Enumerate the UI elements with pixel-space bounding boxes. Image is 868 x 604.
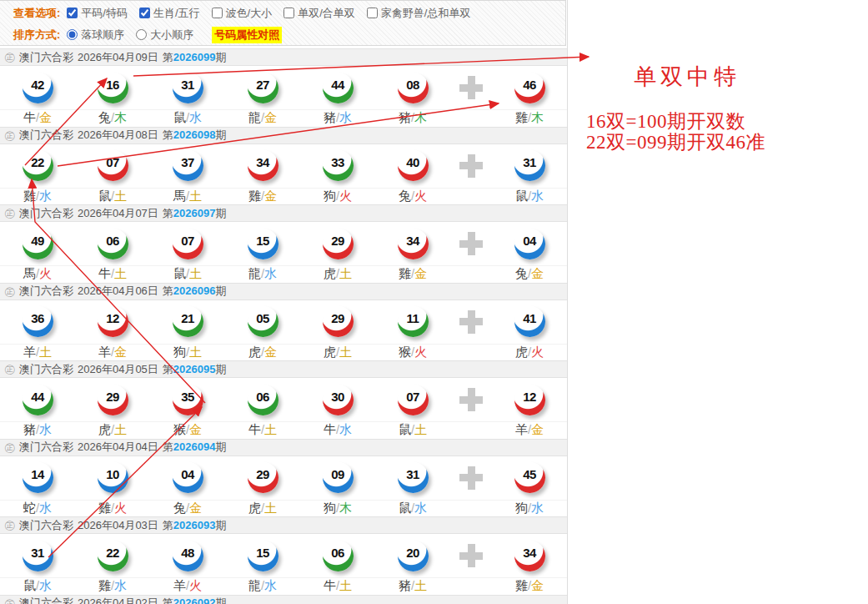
element-label: 水 [189, 110, 202, 124]
ball-attribute: 龍/金 [248, 110, 277, 126]
result-row: ㊣澳门六合彩2026年04月02日第2026092期 [0, 595, 567, 604]
view-option[interactable]: 波色/大小 [212, 6, 273, 21]
lottery-ball: 06 [248, 385, 278, 415]
sort-option-radio[interactable] [67, 29, 78, 40]
ball-number: 44 [31, 390, 44, 404]
sort-option[interactable]: 大小顺序 [136, 28, 193, 43]
plus-cell [459, 76, 483, 99]
results-list: ㊣澳门六合彩2026年04月09日第2026099期42163127440846… [0, 48, 567, 604]
ball-attribute: 兔/木 [98, 110, 127, 126]
view-option-checkbox[interactable] [212, 8, 223, 18]
element-label: 金 [114, 345, 127, 359]
attributes-row: 馬/火牛/土鼠/土龍/水虎/土雞/金兔/金 [0, 265, 567, 283]
ball-cell: 48 [173, 541, 203, 571]
ball-number: 22 [106, 546, 119, 560]
element-label: 金 [264, 189, 277, 203]
element-label: 水 [114, 578, 127, 592]
ball-cell: 31 [398, 462, 429, 493]
ball-cell: 21 [173, 306, 203, 337]
sort-option-radio[interactable] [136, 29, 147, 40]
ball-cell: 29 [323, 229, 354, 259]
element-label: 水 [39, 578, 52, 592]
ball-attribute: 鼠/水 [515, 189, 544, 204]
view-option[interactable]: 平码/特码 [67, 6, 128, 21]
ball-cell: 22 [23, 150, 53, 181]
element-label: 木 [339, 501, 352, 515]
view-option-label: 生肖/五行 [153, 6, 200, 21]
ball-attribute: 狗/木 [324, 501, 352, 516]
ball-attribute: 虎/土 [324, 345, 352, 360]
ball-cell: 16 [98, 73, 128, 103]
row-header: ㊣澳门六合彩2026年04月06日第2026096期 [0, 283, 567, 300]
ball-number: 46 [523, 78, 536, 92]
element-label: 土 [414, 578, 427, 592]
page: 查看选项: 平码/特码生肖/五行波色/大小单双/合单双家禽野兽/总和单双 排序方… [0, 0, 868, 604]
zodiac-label: 鼠 [399, 501, 411, 515]
view-option-checkbox[interactable] [367, 8, 378, 18]
element-label: 水 [264, 266, 277, 280]
ball-number: 31 [181, 78, 194, 92]
ball-cell: 09 [323, 462, 354, 493]
zodiac-label: 雞 [98, 501, 111, 515]
ball-number: 12 [106, 311, 119, 325]
element-label: 土 [339, 345, 352, 359]
zodiac-label: 狗 [515, 501, 528, 515]
ball-number: 14 [31, 467, 44, 481]
site-name: 澳门六合彩 [19, 440, 73, 455]
ball-number: 06 [331, 546, 344, 560]
site-name: 澳门六合彩 [19, 596, 73, 604]
view-option-checkbox[interactable] [283, 8, 294, 18]
element-label: 土 [189, 345, 202, 359]
issue-number: 第2026094期 [163, 440, 227, 455]
ball-number: 45 [523, 467, 536, 481]
issue-number: 第2026098期 [163, 128, 227, 143]
element-label: 木 [531, 110, 544, 124]
view-options-group: 平码/特码生肖/五行波色/大小单双/合单双家禽野兽/总和单双 [67, 6, 482, 22]
issue-number: 第2026095期 [163, 362, 227, 377]
ball-number: 44 [331, 78, 344, 92]
view-option-checkbox[interactable] [67, 8, 78, 18]
lottery-ball: 29 [98, 385, 128, 415]
view-option[interactable]: 家禽野兽/总和单双 [367, 6, 471, 21]
zodiac-label: 雞 [23, 189, 36, 203]
zodiac-label: 虎 [98, 422, 111, 436]
ball-attribute: 雞/水 [23, 189, 52, 204]
ball-number: 34 [406, 234, 419, 248]
sort-option[interactable]: 落球顺序 [67, 28, 124, 43]
ball-attribute: 虎/金 [248, 345, 277, 360]
view-option[interactable]: 单双/合单双 [283, 6, 355, 21]
issue-value: 2026097 [173, 207, 216, 219]
ball-attribute: 馬/土 [173, 189, 202, 204]
ball-attribute: 雞/水 [98, 578, 127, 594]
zodiac-label: 鼠 [399, 422, 411, 436]
zodiac-label: 虎 [248, 501, 261, 515]
ball-attribute: 狗/土 [173, 345, 202, 360]
lottery-ball: 15 [248, 229, 278, 259]
lottery-ball: 35 [173, 385, 203, 415]
view-option[interactable]: 生肖/五行 [139, 6, 200, 21]
element-label: 金 [189, 422, 202, 436]
zodiac-label: 羊 [515, 422, 528, 436]
ball-cell: 34 [248, 150, 278, 181]
ball-attribute: 猴/金 [173, 422, 202, 438]
zodiac-label: 牛 [23, 110, 36, 124]
ball-number: 04 [181, 467, 194, 481]
issue-value: 2026094 [173, 440, 216, 453]
zodiac-label: 鼠 [23, 578, 36, 592]
lottery-ball: 06 [323, 541, 354, 571]
ball-number: 40 [406, 155, 419, 169]
plus-icon [459, 466, 483, 490]
lottery-ball: 31 [23, 541, 53, 571]
plus-cell [459, 544, 483, 567]
zodiac-label: 牛 [248, 422, 261, 436]
zodiac-label: 雞 [248, 189, 261, 203]
number-attribute-compare-link[interactable]: 号码属性对照 [212, 27, 282, 43]
lottery-ball: 22 [98, 541, 128, 571]
lottery-ball: 44 [323, 73, 354, 103]
element-label: 水 [414, 501, 427, 515]
element-label: 水 [531, 189, 544, 203]
ball-number: 15 [256, 234, 269, 248]
row-header: ㊣澳门六合彩2026年04月09日第2026099期 [0, 48, 567, 66]
element-label: 土 [264, 501, 277, 515]
view-option-checkbox[interactable] [139, 8, 150, 18]
